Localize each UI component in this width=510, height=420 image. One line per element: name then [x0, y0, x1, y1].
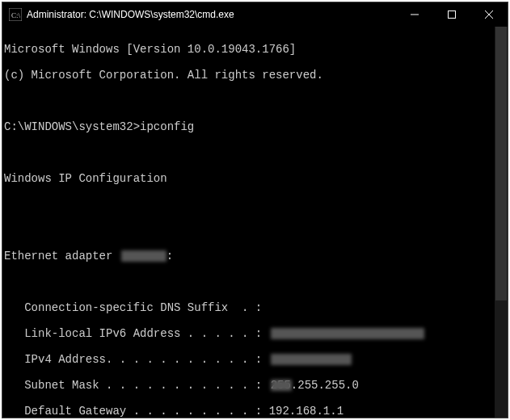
blank-line [4, 146, 506, 159]
redacted-text [271, 380, 292, 391]
output-line: Link-local IPv6 Address . . . . . : [4, 327, 506, 340]
close-icon [485, 10, 493, 19]
banner-line: Microsoft Windows [Version 10.0.19043.17… [4, 43, 506, 56]
command: ipconfig [140, 120, 194, 133]
redacted-text [271, 328, 424, 339]
minimize-button[interactable] [396, 2, 433, 27]
redacted-text [121, 250, 166, 262]
cmd-window: C:\ Administrator: C:\WINDOWS\system32\c… [2, 2, 508, 418]
redacted-text [271, 354, 352, 365]
terminal-area[interactable]: Microsoft Windows [Version 10.0.19043.17… [2, 27, 508, 418]
adapter-title: Ethernet adapter : [4, 250, 506, 262]
output-line: IPv4 Address. . . . . . . . . . . : [4, 353, 506, 366]
titlebar[interactable]: C:\ Administrator: C:\WINDOWS\system32\c… [2, 2, 508, 27]
close-button[interactable] [470, 2, 508, 27]
prompt-line: C:\WINDOWS\system32>ipconfig [4, 120, 506, 133]
svg-text:C:\: C:\ [11, 11, 21, 19]
maximize-button[interactable] [433, 2, 470, 27]
svg-rect-3 [449, 11, 456, 19]
minimize-icon [411, 10, 419, 19]
blank-line [4, 198, 506, 211]
cmd-icon: C:\ [9, 8, 22, 21]
window-controls [396, 2, 508, 27]
scrollbar[interactable] [495, 27, 508, 418]
output-line: Subnet Mask . . . . . . . . . . . : 255.… [4, 379, 506, 392]
output-line: Connection-specific DNS Suffix . : [4, 301, 506, 314]
banner-line: (c) Microsoft Corporation. All rights re… [4, 69, 506, 82]
maximize-icon [448, 10, 456, 19]
blank-line [4, 275, 506, 288]
output-line: Default Gateway . . . . . . . . . : 192.… [4, 405, 506, 418]
blank-line [4, 224, 506, 237]
section-header: Windows IP Configuration [4, 172, 506, 185]
scrollbar-thumb[interactable] [495, 27, 507, 300]
window-title: Administrator: C:\WINDOWS\system32\cmd.e… [27, 9, 396, 20]
blank-line [4, 94, 506, 107]
prompt: C:\WINDOWS\system32> [4, 120, 140, 133]
